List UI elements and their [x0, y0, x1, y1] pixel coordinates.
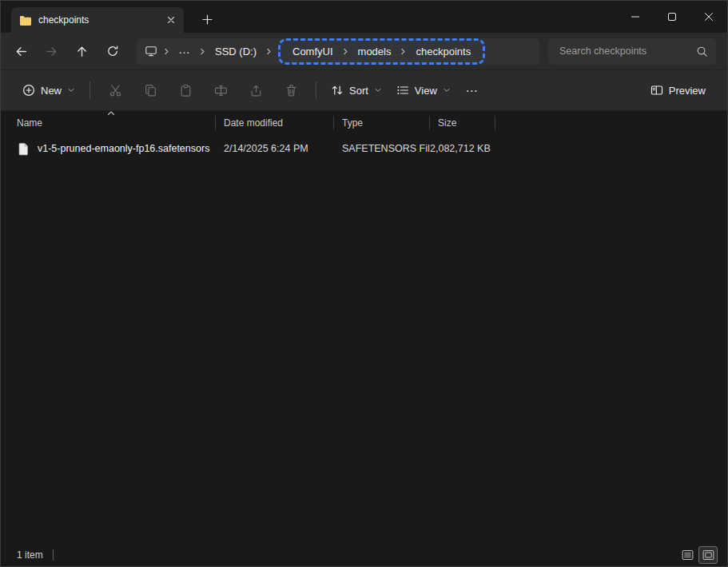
file-name-cell: v1-5-pruned-emaonly-fp16.safetensors — [1, 142, 216, 156]
breadcrumb-chevron-icon — [263, 46, 275, 57]
item-count: 1 item — [17, 549, 43, 561]
arrow-right-icon — [45, 45, 58, 58]
file-name: v1-5-pruned-emaonly-fp16.safetensors — [38, 143, 209, 154]
search-input[interactable] — [558, 45, 690, 57]
table-row[interactable]: v1-5-pruned-emaonly-fp16.safetensors 2/1… — [1, 137, 727, 161]
file-list-area: Name Date modified Type Size v1-5-pruned… — [1, 111, 727, 544]
file-explorer-window: checkpoints — [0, 0, 728, 567]
file-document-icon — [18, 142, 30, 156]
breadcrumb-chevron-icon — [197, 46, 209, 57]
trash-icon — [284, 84, 298, 97]
breadcrumb-chevron-icon — [340, 46, 352, 57]
paste-button[interactable] — [168, 76, 203, 105]
close-icon — [166, 15, 176, 25]
details-view-icon — [682, 549, 694, 561]
minimize-icon — [631, 12, 640, 22]
rename-button[interactable] — [203, 76, 238, 105]
forward-button[interactable] — [38, 38, 66, 65]
chevron-down-icon — [374, 86, 382, 94]
share-button[interactable] — [238, 76, 273, 105]
chevron-down-icon — [443, 86, 451, 94]
close-window-button[interactable] — [690, 1, 727, 33]
arrow-up-icon — [75, 45, 89, 58]
preview-toggle-button[interactable]: Preview — [643, 76, 713, 105]
cut-button[interactable] — [97, 76, 133, 105]
scissors-icon — [109, 84, 122, 97]
file-type: SAFETENSORS File — [334, 143, 430, 154]
command-bar: New Sort — [1, 70, 727, 111]
breadcrumb-chevron-icon — [397, 46, 409, 57]
preview-pane-icon — [650, 84, 663, 97]
refresh-button[interactable] — [98, 38, 126, 65]
sort-icon — [331, 84, 344, 97]
breadcrumb-highlight-annotation: ComfyUI models checkpoints — [278, 38, 485, 65]
breadcrumb-drive[interactable]: SSD (D:) — [209, 42, 263, 61]
paste-icon — [179, 84, 193, 97]
copy-icon — [144, 84, 157, 97]
new-tab-button[interactable] — [195, 7, 219, 31]
this-pc-icon — [145, 45, 157, 57]
breadcrumb-models[interactable]: models — [352, 42, 398, 61]
close-icon — [704, 12, 714, 22]
maximize-button[interactable] — [654, 1, 690, 33]
sort-button-label: Sort — [349, 85, 368, 97]
toolbar-divider — [316, 81, 316, 99]
copy-button[interactable] — [133, 76, 168, 105]
new-button[interactable]: New — [15, 76, 82, 105]
up-button[interactable] — [68, 38, 96, 65]
file-size: 2,082,712 KB — [430, 143, 495, 154]
plus-icon — [202, 14, 213, 25]
column-headers: Name Date modified Type Size — [1, 113, 727, 133]
refresh-icon — [106, 45, 119, 57]
sort-button[interactable]: Sort — [324, 76, 389, 105]
minimize-button[interactable] — [617, 1, 654, 33]
back-button[interactable] — [7, 38, 35, 65]
title-bar: checkpoints — [1, 1, 727, 33]
view-list-icon — [396, 84, 409, 97]
large-icons-view-button[interactable] — [698, 546, 718, 564]
toolbar-divider — [90, 81, 90, 99]
breadcrumb-checkpoints[interactable]: checkpoints — [409, 42, 477, 61]
sort-ascending-icon — [107, 111, 115, 117]
search-box[interactable] — [548, 38, 716, 65]
delete-button[interactable] — [273, 76, 308, 105]
breadcrumb-chevron-icon — [161, 46, 173, 57]
address-overflow-button[interactable]: … — [173, 42, 197, 61]
arrow-left-icon — [14, 45, 28, 58]
preview-toggle-label: Preview — [669, 85, 706, 97]
column-header-date-modified[interactable]: Date modified — [216, 116, 334, 130]
share-icon — [249, 84, 263, 97]
rename-icon — [214, 84, 228, 97]
folder-icon — [19, 15, 32, 26]
search-icon — [696, 46, 708, 57]
tab-close-button[interactable] — [163, 12, 179, 28]
plus-circle-icon — [22, 84, 35, 97]
new-button-label: New — [41, 85, 62, 97]
status-bar: 1 item — [1, 544, 727, 566]
more-options-button[interactable]: … — [458, 81, 487, 101]
chevron-down-icon — [67, 86, 75, 94]
address-bar[interactable]: … SSD (D:) ComfyUI models checkpoints — [137, 38, 539, 65]
statusbar-divider — [53, 549, 54, 561]
breadcrumb-comfyui[interactable]: ComfyUI — [286, 42, 340, 61]
column-header-name[interactable]: Name — [1, 116, 216, 130]
maximize-icon — [667, 12, 677, 22]
explorer-tab[interactable]: checkpoints — [11, 7, 184, 33]
view-button-label: View — [415, 85, 437, 97]
details-view-button[interactable] — [678, 546, 697, 564]
navigation-bar: … SSD (D:) ComfyUI models checkpoints — [1, 33, 727, 70]
view-button[interactable]: View — [389, 76, 458, 105]
file-date-modified: 2/14/2025 6:24 PM — [216, 143, 334, 154]
large-icons-view-icon — [702, 549, 714, 561]
tab-title: checkpoints — [38, 14, 157, 26]
column-header-type[interactable]: Type — [334, 116, 430, 130]
window-controls — [617, 1, 727, 33]
column-header-size[interactable]: Size — [430, 116, 495, 130]
